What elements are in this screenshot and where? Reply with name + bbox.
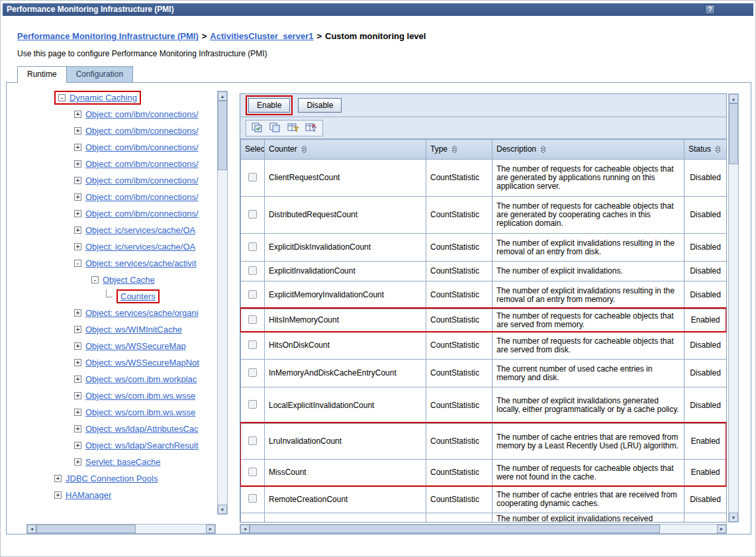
- tree-vertical-scrollbar[interactable]: ▲ ▼: [217, 91, 228, 515]
- tree-item[interactable]: +Object: ws/WSSecureMapNot: [8, 354, 214, 371]
- table-vertical-scrollbar[interactable]: ▲ ▼: [728, 93, 739, 523]
- tree-item[interactable]: +Object: ic/services/cache/OA: [8, 238, 214, 255]
- tree-link[interactable]: Object Cache: [103, 275, 155, 285]
- tree-item[interactable]: +Object: com/ibm/connections/: [8, 139, 214, 156]
- tree-item[interactable]: +Object: com/ibm/connections/: [8, 189, 214, 205]
- tab-configuration[interactable]: Configuration: [67, 66, 133, 83]
- expand-icon[interactable]: +: [74, 342, 81, 350]
- expand-icon[interactable]: +: [54, 491, 62, 499]
- tree-link[interactable]: Servlet: baseCache: [85, 457, 160, 467]
- tree-item-servlet-basecache[interactable]: +Servlet: baseCache: [8, 454, 214, 470]
- tree-item[interactable]: +Object: ws/com.ibm.ws.wsse: [8, 404, 214, 421]
- tree-item-object-cache[interactable]: -Object Cache: [8, 272, 214, 288]
- clear-filter-icon[interactable]: [305, 122, 318, 134]
- tree-item[interactable]: +Object: com/ibm/connections/: [8, 106, 214, 123]
- tree-link[interactable]: JDBC Connection Pools: [66, 474, 158, 483]
- collapse-icon[interactable]: -: [58, 94, 66, 101]
- deselect-all-icon[interactable]: [269, 122, 282, 134]
- tree-item-jdbc-connection-pools[interactable]: +JDBC Connection Pools: [8, 470, 214, 487]
- row-select-checkbox[interactable]: [248, 242, 257, 251]
- scroll-left-icon[interactable]: ◄: [240, 525, 250, 533]
- header-description[interactable]: Description: [493, 140, 685, 160]
- expand-icon[interactable]: +: [74, 111, 81, 118]
- header-counter[interactable]: Counter: [265, 140, 426, 160]
- tree-link[interactable]: Object: ic/services/cache/OA: [85, 242, 195, 252]
- scrollbar-thumb[interactable]: [729, 103, 738, 164]
- expand-icon[interactable]: +: [74, 458, 81, 466]
- expand-icon[interactable]: +: [74, 326, 81, 333]
- expand-icon[interactable]: +: [74, 127, 81, 134]
- tab-runtime[interactable]: Runtime: [17, 66, 67, 83]
- expand-icon[interactable]: +: [74, 392, 81, 399]
- scroll-down-icon[interactable]: ▼: [218, 505, 227, 514]
- tree-link[interactable]: Object: ic/services/cache/OA: [85, 225, 195, 235]
- expand-icon[interactable]: +: [74, 177, 81, 184]
- expand-icon[interactable]: +: [74, 210, 81, 217]
- tree-item[interactable]: +Object: com/ibm/connections/: [8, 123, 214, 139]
- tree-link[interactable]: Object: ws/com.ibm.ws.wsse: [85, 391, 195, 401]
- row-select-checkbox[interactable]: [248, 173, 257, 181]
- tree-link[interactable]: Object: com/ibm/connections/: [85, 109, 199, 119]
- tree-link[interactable]: Object: com/ibm/connections/: [85, 126, 199, 136]
- tree-item[interactable]: +Object: ic/services/cache/OA: [8, 222, 214, 238]
- tree-link[interactable]: Object: services/cache/organi: [85, 308, 199, 318]
- collapse-icon[interactable]: -: [91, 276, 99, 283]
- tree-link[interactable]: Object: ws/com.ibm.workplac: [85, 374, 197, 384]
- scrollbar-thumb[interactable]: [250, 525, 660, 533]
- tree-link[interactable]: Object: com/ibm/connections/: [85, 142, 199, 152]
- table-horizontal-scrollbar[interactable]: ◄ ►: [240, 524, 727, 534]
- expand-icon[interactable]: +: [74, 409, 81, 416]
- tree-item[interactable]: +Object: services/cache/organi: [8, 305, 214, 321]
- tree-link[interactable]: Object: ws/WSSecureMapNot: [85, 358, 199, 368]
- help-icon[interactable]: ?: [705, 5, 715, 15]
- expand-icon[interactable]: +: [74, 160, 81, 168]
- row-select-checkbox[interactable]: [248, 210, 257, 219]
- scrollbar-track[interactable]: [218, 101, 227, 505]
- tree-item[interactable]: +Object: ws/com.ibm.workplac: [8, 371, 214, 387]
- tree-horizontal-scrollbar[interactable]: ◄ ►: [26, 524, 216, 534]
- tree-link[interactable]: Object: ws/ldap/SearchResult: [85, 440, 199, 450]
- tree-item[interactable]: +Object: com/ibm/connections/: [8, 172, 214, 189]
- row-select-checkbox[interactable]: [248, 266, 257, 275]
- tree-link[interactable]: Object: ws/WSSecureMap: [85, 341, 186, 351]
- row-select-checkbox[interactable]: [248, 340, 257, 349]
- scroll-right-icon[interactable]: ►: [206, 525, 215, 533]
- scroll-down-icon[interactable]: ▼: [729, 513, 738, 522]
- tree-item[interactable]: +Object: com/ibm/connections/: [8, 156, 214, 172]
- expand-icon[interactable]: +: [74, 144, 81, 151]
- expand-icon[interactable]: +: [74, 193, 81, 201]
- expand-icon[interactable]: +: [74, 442, 81, 449]
- tree-item-counters[interactable]: Counters: [8, 288, 214, 305]
- header-status[interactable]: Status: [685, 140, 727, 160]
- tree-item-services-cache-activities[interactable]: -Object: services/cache/activit: [8, 255, 214, 272]
- tree-item[interactable]: +Object: ws/ldap/SearchResult: [8, 437, 214, 454]
- tree-link[interactable]: Object: com/ibm/connections/: [85, 209, 199, 219]
- expand-icon[interactable]: +: [74, 243, 81, 250]
- tree-item-hamanager[interactable]: +HAManager: [8, 487, 214, 503]
- show-filter-icon[interactable]: [287, 122, 300, 134]
- expand-icon[interactable]: +: [74, 359, 81, 366]
- expand-icon[interactable]: +: [74, 376, 81, 383]
- row-select-checkbox[interactable]: [248, 468, 257, 476]
- expand-icon[interactable]: +: [74, 425, 81, 432]
- tree-item[interactable]: +Object: ws/ldap/AttributesCac: [8, 421, 214, 437]
- tree-link[interactable]: Object: ws/WIMInitCache: [85, 325, 182, 334]
- tree-link[interactable]: Object: com/ibm/connections/: [85, 192, 199, 202]
- tree-item[interactable]: +Object: ws/WSSecureMap: [8, 338, 214, 354]
- tree-link[interactable]: Object: com/ibm/connections/: [85, 176, 199, 185]
- scrollbar-thumb[interactable]: [36, 525, 136, 533]
- breadcrumb-link-server[interactable]: ActivitiesCluster_server1: [210, 31, 313, 41]
- tree-link[interactable]: Counters: [120, 291, 156, 301]
- row-select-checkbox[interactable]: [248, 315, 257, 324]
- row-select-checkbox[interactable]: [248, 368, 257, 377]
- tree-link[interactable]: Object: ws/com.ibm.ws.wsse: [85, 407, 195, 417]
- scrollbar-track[interactable]: [729, 103, 738, 513]
- scroll-up-icon[interactable]: ▲: [729, 94, 738, 103]
- expand-icon[interactable]: +: [54, 475, 62, 482]
- tree-link[interactable]: Object: services/cache/activit: [85, 258, 197, 268]
- scroll-right-icon[interactable]: ►: [717, 525, 726, 533]
- tree-item[interactable]: +Object: ws/com.ibm.ws.wsse: [8, 387, 214, 404]
- scrollbar-track[interactable]: [250, 525, 717, 533]
- tree-item-dynamic-caching[interactable]: - Dynamic Caching: [8, 89, 214, 106]
- enable-button[interactable]: Enable: [248, 98, 290, 113]
